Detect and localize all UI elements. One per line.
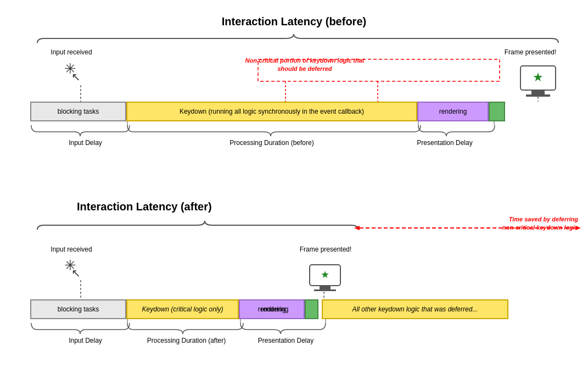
bar-green-top: [489, 102, 505, 121]
svg-rect-22: [314, 289, 336, 291]
svg-text:★: ★: [321, 269, 329, 280]
label-presentation-bot: Presentation Delay: [243, 337, 328, 344]
timeline-top: blocking tasks Keydown (running all logi…: [30, 102, 505, 121]
bar-deferred: All other keydown logic that was deferre…: [322, 299, 508, 319]
bar-blocking-top: blocking tasks: [30, 102, 126, 121]
red-annotation-top: Non-critical portion of keydown logic th…: [242, 57, 368, 73]
diagram-container: ★ ★ Interaction Latency (before) Input r…: [0, 0, 588, 379]
svg-text:★: ★: [533, 70, 544, 84]
bar-green-bot: [305, 299, 318, 319]
bar-blocking-bot: blocking tasks: [30, 299, 126, 319]
timeline-bot: blocking tasks Keydown (critical logic o…: [30, 299, 508, 319]
label-input-delay-top: Input Delay: [37, 139, 133, 147]
top-title: Interaction Latency (before): [0, 15, 588, 28]
svg-rect-21: [320, 286, 331, 289]
svg-rect-20: [310, 265, 340, 286]
input-received-bot-label: Input received: [49, 246, 93, 253]
red-arrow-label: Time saved by deferringnon-critical keyd…: [471, 215, 578, 232]
bar-keydown-top: Keydown (running all logic synchronously…: [126, 102, 417, 121]
label-processing-bot: Processing Duration (after): [133, 337, 240, 344]
bar-rendering-bot: rendering: [239, 299, 305, 319]
frame-presented-top-label: Frame presented!: [503, 48, 558, 56]
cursor-top-icon: ↖: [71, 70, 81, 83]
bar-rendering-top: rendering: [417, 102, 489, 121]
label-input-delay-bot: Input Delay: [37, 337, 133, 344]
bar-keydown-bot: Keydown (critical logic only): [126, 299, 239, 319]
cursor-bot-icon: ↖: [71, 266, 81, 280]
svg-marker-9: [354, 226, 360, 230]
svg-rect-18: [526, 94, 550, 97]
svg-rect-17: [531, 90, 545, 94]
label-presentation-top: Presentation Delay: [401, 139, 489, 147]
frame-presented-bot-label: Frame presented!: [298, 246, 353, 253]
input-received-top-label: Input received: [49, 48, 93, 56]
bottom-title: Interaction Latency (after): [77, 200, 212, 213]
label-processing-top: Processing Duration (before): [143, 139, 401, 147]
svg-rect-16: [520, 66, 556, 90]
